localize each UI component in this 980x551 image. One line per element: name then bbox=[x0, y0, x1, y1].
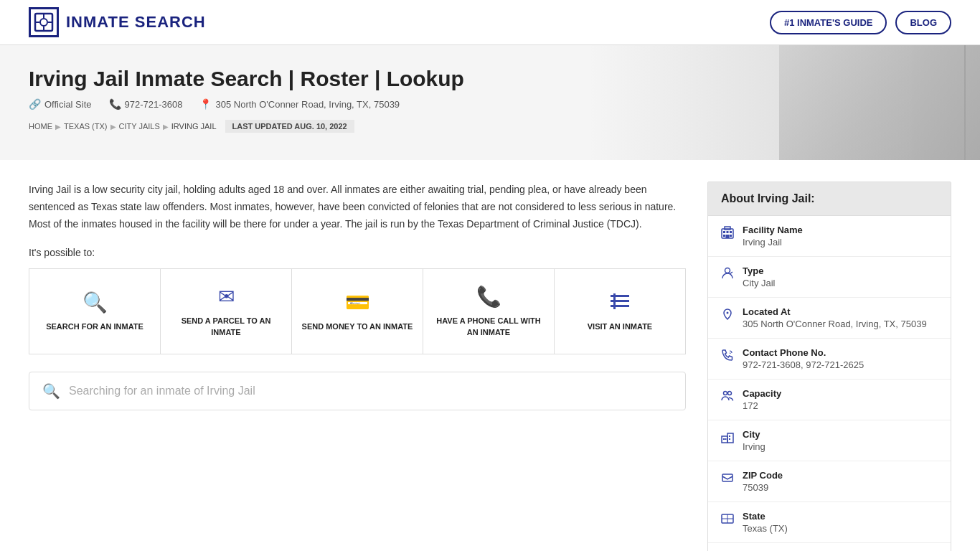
about-zip: ZIP Code 75039 bbox=[708, 461, 951, 502]
about-facility-name: Facility Name Irving Jail bbox=[708, 216, 951, 257]
visit-action-icon bbox=[611, 291, 629, 314]
last-updated: LAST UPDATED AUG. 10, 2022 bbox=[225, 120, 354, 133]
type-content: Type City Jail bbox=[743, 265, 776, 288]
city-icon bbox=[721, 430, 734, 446]
svg-rect-8 bbox=[611, 305, 629, 307]
zip-content: ZIP Code 75039 bbox=[743, 470, 783, 493]
about-location: Located At 305 North O'Conner Road, Irvi… bbox=[708, 298, 951, 339]
guide-button[interactable]: #1 INMATE'S GUIDE bbox=[770, 11, 887, 34]
search-placeholder-text: Searching for an inmate of Irving Jail bbox=[69, 385, 255, 397]
svg-rect-14 bbox=[723, 235, 725, 237]
phone-icon: 📞 bbox=[109, 98, 121, 110]
search-bar[interactable]: 🔍 Searching for an inmate of Irving Jail bbox=[29, 372, 686, 410]
capacity-content: Capacity 172 bbox=[743, 388, 781, 411]
zip-value: 75039 bbox=[743, 482, 783, 493]
svg-rect-7 bbox=[611, 300, 629, 302]
phone-content: Contact Phone No. 972-721-3608, 972-721-… bbox=[743, 347, 864, 370]
svg-rect-27 bbox=[729, 438, 730, 440]
zip-label: ZIP Code bbox=[743, 470, 783, 481]
facility-name-label: Facility Name bbox=[743, 225, 803, 235]
svg-rect-25 bbox=[723, 438, 725, 440]
official-site-link[interactable]: 🔗 Official Site bbox=[29, 98, 92, 110]
main-content: Irving Jail is a low security city jail,… bbox=[0, 160, 980, 551]
breadcrumb-current: IRVING JAIL bbox=[171, 122, 217, 131]
svg-rect-28 bbox=[725, 438, 727, 440]
breadcrumb-sep-2: ▶ bbox=[110, 123, 116, 131]
money-action-icon: 💳 bbox=[345, 291, 370, 314]
capacity-value: 172 bbox=[743, 400, 781, 411]
about-city: City Irving bbox=[708, 420, 951, 461]
left-column: Irving Jail is a low security city jail,… bbox=[29, 182, 686, 551]
capacity-icon bbox=[721, 390, 734, 405]
hero-meta: 🔗 Official Site 📞 972-721-3608 📍 305 Nor… bbox=[29, 98, 951, 110]
hero-phone: 972-721-3608 bbox=[125, 99, 183, 110]
action-cards: 🔍 SEARCH FOR AN INMATE ✉ SEND A PARCEL T… bbox=[29, 268, 686, 354]
capacity-label: Capacity bbox=[743, 388, 781, 399]
right-column: About Irving Jail: Facility N bbox=[707, 182, 951, 551]
link-icon: 🔗 bbox=[29, 98, 41, 110]
money-action-label: SEND MONEY TO AN INMATE bbox=[302, 321, 413, 332]
svg-rect-13 bbox=[730, 231, 732, 233]
city-content: City Irving bbox=[743, 429, 765, 452]
svg-rect-11 bbox=[723, 231, 725, 233]
header-buttons: #1 INMATE'S GUIDE BLOG bbox=[770, 11, 951, 34]
state-icon bbox=[721, 512, 734, 528]
svg-rect-17 bbox=[725, 227, 730, 230]
breadcrumb-sep-3: ▶ bbox=[163, 123, 169, 131]
svg-line-19 bbox=[730, 272, 732, 274]
phone-label: Contact Phone No. bbox=[743, 347, 864, 358]
svg-point-20 bbox=[727, 312, 729, 314]
svg-rect-16 bbox=[726, 235, 730, 238]
svg-point-18 bbox=[725, 268, 730, 273]
svg-rect-26 bbox=[729, 435, 730, 437]
breadcrumb: HOME ▶ TEXAS (TX) ▶ CITY JAILS ▶ IRVING … bbox=[29, 120, 951, 133]
about-county: County bbox=[708, 543, 951, 551]
action-phone-call[interactable]: 📞 HAVE A PHONE CALL WITH AN INMATE bbox=[423, 269, 555, 354]
location-value: 305 North O'Conner Road, Irving, TX, 750… bbox=[743, 319, 927, 329]
about-type: Type City Jail bbox=[708, 257, 951, 298]
zip-icon bbox=[721, 471, 734, 487]
location-content: Located At 305 North O'Conner Road, Irvi… bbox=[743, 306, 927, 329]
breadcrumb-sep-1: ▶ bbox=[55, 123, 61, 131]
breadcrumb-state[interactable]: TEXAS (TX) bbox=[64, 122, 108, 131]
facility-name-value: Irving Jail bbox=[743, 237, 803, 248]
type-label: Type bbox=[743, 265, 776, 276]
phone-action-icon: 📞 bbox=[476, 285, 501, 309]
svg-point-1 bbox=[40, 19, 47, 26]
action-send-parcel[interactable]: ✉ SEND A PARCEL TO AN INMATE bbox=[161, 269, 292, 354]
svg-point-21 bbox=[724, 392, 727, 395]
phone-action-label: HAVE A PHONE CALL WITH AN INMATE bbox=[430, 316, 547, 338]
phone-meta: 📞 972-721-3608 bbox=[109, 98, 183, 110]
breadcrumb-home[interactable]: HOME bbox=[29, 122, 52, 131]
visit-action-label: VISIT AN INMATE bbox=[588, 321, 652, 332]
page-title: Irving Jail Inmate Search | Roster | Loo… bbox=[29, 67, 951, 91]
about-state: State Texas (TX) bbox=[708, 502, 951, 543]
state-value: Texas (TX) bbox=[743, 523, 788, 534]
official-site-label: Official Site bbox=[44, 99, 92, 110]
about-capacity: Capacity 172 bbox=[708, 380, 951, 420]
parcel-action-label: SEND A PARCEL TO AN INMATE bbox=[168, 316, 284, 338]
action-search-inmate[interactable]: 🔍 SEARCH FOR AN INMATE bbox=[29, 269, 161, 354]
location-icon: 📍 bbox=[199, 98, 212, 110]
search-bar-icon: 🔍 bbox=[42, 382, 60, 400]
state-content: State Texas (TX) bbox=[743, 511, 788, 534]
location-about-icon bbox=[721, 308, 734, 324]
action-visit-inmate[interactable]: VISIT AN INMATE bbox=[555, 269, 685, 354]
svg-rect-9 bbox=[613, 293, 616, 309]
breadcrumb-category[interactable]: CITY JAILS bbox=[119, 122, 160, 131]
state-label: State bbox=[743, 511, 788, 522]
blog-button[interactable]: BLOG bbox=[895, 11, 951, 34]
city-label: City bbox=[743, 429, 765, 440]
action-send-money[interactable]: 💳 SEND MONEY TO AN INMATE bbox=[292, 269, 423, 354]
svg-rect-6 bbox=[611, 295, 629, 297]
possible-text: It's possible to: bbox=[29, 247, 686, 258]
header: INMATE SEARCH #1 INMATE'S GUIDE BLOG bbox=[0, 0, 980, 45]
type-icon bbox=[721, 267, 734, 283]
hero-banner: Irving Jail Inmate Search | Roster | Loo… bbox=[0, 45, 980, 160]
parcel-action-icon: ✉ bbox=[218, 285, 235, 309]
phone-about-icon bbox=[721, 349, 734, 364]
svg-rect-12 bbox=[727, 231, 729, 233]
search-action-label: SEARCH FOR AN INMATE bbox=[46, 321, 143, 332]
svg-point-22 bbox=[728, 392, 732, 395]
logo-area: INMATE SEARCH bbox=[29, 7, 206, 37]
